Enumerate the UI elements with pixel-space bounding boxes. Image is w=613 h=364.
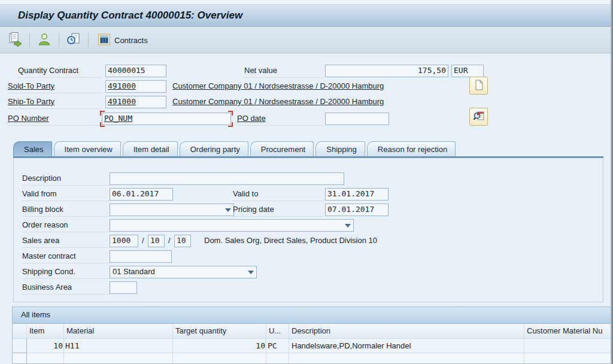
sold-to-party-field[interactable]: 491000 — [105, 80, 166, 93]
window-right-border — [611, 0, 613, 364]
ship-to-party-link[interactable]: Customer Company 01 / Nordseestrasse / D… — [172, 96, 384, 108]
tab-procurement[interactable]: Procurement — [250, 141, 314, 156]
tab-reason-for-rejection[interactable]: Reason for rejection — [367, 141, 456, 156]
valid-from-field[interactable]: 06.01.2017 — [110, 188, 173, 201]
tab-item-detail[interactable]: Item detail — [123, 141, 178, 156]
tab-sales-label: Sales — [24, 145, 44, 154]
business-partner-button[interactable] — [35, 31, 53, 49]
division-field[interactable]: 10 — [174, 235, 191, 247]
row-selector[interactable] — [13, 339, 27, 353]
unit-cell[interactable] — [266, 353, 289, 364]
row-selector[interactable] — [13, 353, 27, 364]
contracts-table-icon — [98, 33, 111, 48]
page-title: Display Quantity Contract 40000015: Over… — [18, 10, 242, 22]
tab-shipping-label: Shipping — [326, 145, 357, 154]
description-cell[interactable] — [289, 353, 524, 364]
application-toolbar: Contracts — [0, 28, 613, 53]
header-details-button[interactable] — [469, 108, 488, 126]
po-number-label[interactable]: PO Number — [8, 113, 102, 126]
net-value-field[interactable]: 175,50 — [325, 65, 448, 77]
create-text-icon — [473, 79, 485, 93]
order-reason-combo[interactable] — [110, 219, 354, 232]
billing-block-combo[interactable] — [110, 204, 234, 216]
tab-ordering-party-label: Ordering party — [190, 145, 240, 154]
pricing-date-field[interactable]: 07.01.2017 — [325, 204, 389, 216]
sold-to-party-label[interactable]: Sold-To Party — [8, 80, 102, 93]
contracts-button-label: Contracts — [114, 36, 148, 45]
material-cell[interactable] — [64, 353, 173, 364]
quantity-contract-field[interactable]: 40000015 — [105, 65, 166, 77]
description-cell[interactable]: Handelsware,PD,Normaler Handel — [289, 339, 524, 353]
chevron-down-icon — [345, 224, 351, 228]
header-details-icon — [473, 110, 485, 124]
table-row-empty — [13, 353, 613, 364]
tab-reason-for-rejection-label: Reason for rejection — [378, 145, 447, 154]
tab-procurement-label: Procurement — [261, 145, 305, 154]
distribution-channel-field[interactable]: 10 — [148, 235, 165, 247]
toolbar-separator — [88, 33, 89, 47]
tab-item-detail-label: Item detail — [133, 145, 169, 154]
net-value-label: Net value — [244, 65, 323, 78]
select-all-cell[interactable] — [13, 324, 27, 339]
currency-field[interactable]: EUR — [451, 65, 484, 77]
description-field[interactable] — [110, 172, 344, 185]
order-reason-label: Order reason — [22, 219, 111, 232]
sap-window: Display Quantity Contract 40000015: Over… — [0, 0, 613, 364]
po-date-label[interactable]: PO date — [237, 113, 323, 126]
document-header-form: Quantity Contract 40000015 Net value 175… — [0, 54, 613, 141]
sales-org-field[interactable]: 1000 — [110, 235, 138, 247]
column-header-target-quantity[interactable]: Target quantity — [173, 324, 266, 339]
toolbar-separator — [29, 33, 30, 47]
ship-to-party-field[interactable]: 491000 — [105, 96, 166, 108]
contracts-button[interactable]: Contracts — [94, 31, 151, 49]
document-flow-icon — [66, 32, 81, 49]
business-partner-icon — [37, 32, 51, 48]
chevron-down-icon — [248, 271, 254, 274]
master-contract-field[interactable] — [110, 250, 172, 263]
column-header-item[interactable]: Item — [27, 324, 64, 339]
ship-to-party-label[interactable]: Ship-To Party — [8, 96, 102, 109]
customer-material-cell[interactable] — [524, 353, 613, 364]
create-with-reference-button[interactable] — [6, 31, 24, 49]
shipping-cond-label: Shipping Cond. — [22, 266, 111, 279]
customer-material-cell[interactable] — [524, 339, 613, 353]
item-cell[interactable]: 10 — [27, 339, 64, 353]
sales-area-separator: / — [168, 235, 171, 247]
tab-item-overview[interactable]: Item overview — [54, 141, 121, 156]
items-table-title: All items — [13, 307, 613, 324]
sales-area-label: Sales area — [22, 235, 111, 248]
chevron-down-icon — [225, 208, 231, 212]
valid-from-label: Valid from — [22, 188, 111, 201]
column-header-description[interactable]: Description — [289, 324, 524, 339]
tab-sales[interactable]: Sales — [13, 141, 52, 156]
po-number-field[interactable]: PO_NUM — [102, 113, 231, 125]
sales-tab-panel: Description Valid from 06.01.2017 Valid … — [13, 158, 603, 302]
column-header-material[interactable]: Material — [64, 324, 173, 339]
valid-to-field[interactable]: 31.01.2017 — [325, 188, 389, 201]
sold-to-party-link[interactable]: Customer Company 01 / Nordseestrasse / D… — [172, 80, 384, 93]
po-date-field[interactable] — [325, 113, 389, 125]
column-header-customer-material[interactable]: Customer Material Nu — [524, 324, 613, 339]
sales-area-description: Dom. Sales Org, Direct Sales, Product Di… — [204, 235, 377, 247]
all-items-table: All items Item Material Target quantity … — [12, 307, 613, 364]
toolbar-separator — [59, 33, 59, 47]
document-flow-button[interactable] — [65, 31, 83, 49]
tab-item-overview-label: Item overview — [65, 145, 113, 154]
business-area-label: Business Area — [22, 281, 111, 295]
items-header-row: Item Material Target quantity U... Descr… — [13, 324, 613, 339]
tab-shipping[interactable]: Shipping — [315, 141, 365, 156]
pricing-date-label: Pricing date — [233, 204, 324, 217]
target-quantity-cell[interactable] — [173, 353, 266, 364]
column-header-unit[interactable]: U... — [266, 324, 289, 339]
business-area-field[interactable] — [110, 281, 137, 294]
create-text-button[interactable] — [469, 77, 488, 95]
shipping-cond-value: 01 Standard — [113, 267, 155, 276]
target-quantity-cell[interactable]: 10 — [173, 339, 266, 353]
shipping-cond-combo[interactable]: 01 Standard — [110, 266, 257, 278]
create-with-reference-icon — [7, 32, 23, 49]
material-cell[interactable]: H11 — [64, 339, 173, 353]
tab-ordering-party[interactable]: Ordering party — [180, 141, 248, 156]
description-label: Description — [22, 172, 111, 186]
item-cell[interactable] — [27, 353, 64, 364]
unit-cell[interactable]: PC — [266, 339, 289, 353]
